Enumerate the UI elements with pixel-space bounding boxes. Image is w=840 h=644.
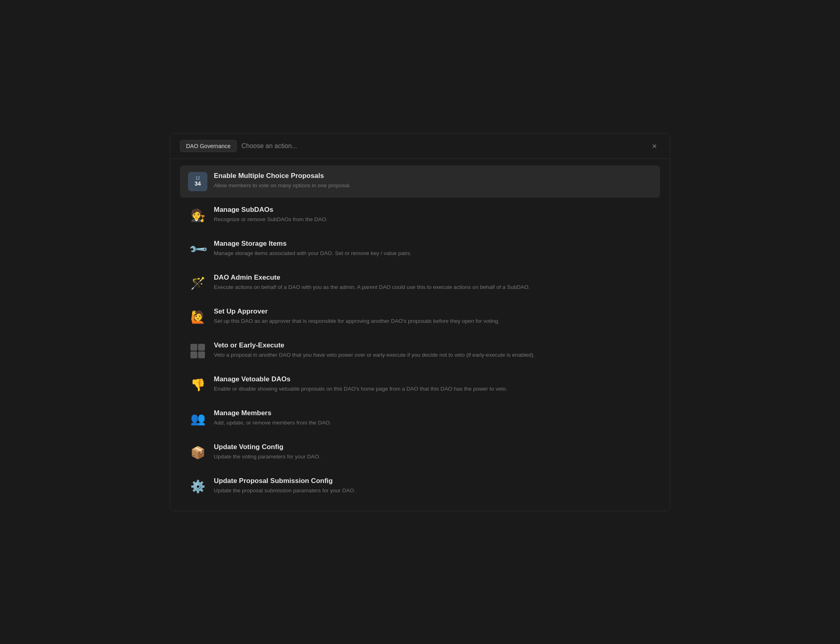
action-item-veto-early-execute[interactable]: Veto or Early-Execute Veto a proposal in… [180,335,660,367]
action-title-update-proposal-submission-config: Update Proposal Submission Config [214,477,652,485]
action-title-manage-subdaos: Manage SubDAOs [214,206,652,214]
subdao-icon: 🧑‍⚖️ [188,206,207,225]
action-item-manage-storage-items[interactable]: 🔧 Manage Storage Items Manage storage it… [180,233,660,266]
proposal-config-icon: ⚙️ [188,477,207,496]
breadcrumb-tag: DAO Governance [180,140,237,152]
action-description-manage-members: Add, update, or remove members from the … [214,419,652,427]
action-item-set-up-approver[interactable]: 🙋 Set Up Approver Set up this DAO as an … [180,301,660,333]
action-title-manage-members: Manage Members [214,409,652,417]
action-content-manage-storage-items: Manage Storage Items Manage storage item… [214,240,652,257]
modal-container: DAO Governance Choose an action... × 12 … [170,133,670,511]
action-description-manage-vetoable-daos: Enable or disable showing vetoable propo… [214,385,652,393]
action-description-enable-multiple-choice: Allow members to vote on many options in… [214,182,652,190]
action-content-manage-members: Manage Members Add, update, or remove me… [214,409,652,427]
action-item-update-proposal-submission-config[interactable]: ⚙️ Update Proposal Submission Config Upd… [180,470,660,503]
calendar-icon: 12 34 [188,172,207,191]
action-item-manage-members[interactable]: 👥 Manage Members Add, update, or remove … [180,403,660,435]
action-description-manage-storage-items: Manage storage items associated with you… [214,249,652,257]
action-title-veto-early-execute: Veto or Early-Execute [214,341,652,349]
action-description-update-voting-config: Update the voting parameters for your DA… [214,453,652,461]
action-item-update-voting-config[interactable]: 📦 Update Voting Config Update the voting… [180,437,660,469]
action-content-manage-subdaos: Manage SubDAOs Recognize or remove SubDA… [214,206,652,224]
admin-execute-icon: 🪄 [188,274,207,293]
members-icon: 👥 [188,409,207,429]
action-description-dao-admin-execute: Execute actions on behalf of a DAO with … [214,283,652,291]
action-item-manage-subdaos[interactable]: 🧑‍⚖️ Manage SubDAOs Recognize or remove … [180,199,660,232]
action-title-update-voting-config: Update Voting Config [214,443,652,451]
veto-icon [188,341,207,361]
action-content-dao-admin-execute: DAO Admin Execute Execute actions on beh… [214,274,652,291]
action-item-manage-vetoable-daos[interactable]: 👎 Manage Vetoable DAOs Enable or disable… [180,369,660,401]
action-description-veto-early-execute: Veto a proposal in another DAO that you … [214,351,652,359]
vetoable-daos-icon: 👎 [188,375,207,395]
action-title-manage-vetoable-daos: Manage Vetoable DAOs [214,375,652,383]
action-content-update-proposal-submission-config: Update Proposal Submission Config Update… [214,477,652,495]
action-title-manage-storage-items: Manage Storage Items [214,240,652,248]
approver-icon: 🙋 [188,307,207,327]
modal-header: DAO Governance Choose an action... × [170,134,670,159]
action-content-veto-early-execute: Veto or Early-Execute Veto a proposal in… [214,341,652,359]
action-item-enable-multiple-choice[interactable]: 12 34 Enable Multiple Choice Proposals A… [180,165,660,198]
action-description-manage-subdaos: Recognize or remove SubDAOs from the DAO… [214,215,652,224]
close-button[interactable]: × [649,140,660,152]
action-description-update-proposal-submission-config: Update the proposal submission paramater… [214,487,652,495]
action-content-update-voting-config: Update Voting Config Update the voting p… [214,443,652,461]
modal-subtitle: Choose an action... [242,142,649,150]
action-item-dao-admin-execute[interactable]: 🪄 DAO Admin Execute Execute actions on b… [180,267,660,299]
action-content-enable-multiple-choice: Enable Multiple Choice Proposals Allow m… [214,172,652,190]
action-title-set-up-approver: Set Up Approver [214,307,652,316]
action-title-enable-multiple-choice: Enable Multiple Choice Proposals [214,172,652,180]
action-content-set-up-approver: Set Up Approver Set up this DAO as an ap… [214,307,652,325]
wrench-icon: 🔧 [188,240,207,259]
action-title-dao-admin-execute: DAO Admin Execute [214,274,652,282]
voting-config-icon: 📦 [188,443,207,462]
action-description-set-up-approver: Set up this DAO as an approver that is r… [214,317,652,325]
modal-body: 12 34 Enable Multiple Choice Proposals A… [170,159,670,511]
action-content-manage-vetoable-daos: Manage Vetoable DAOs Enable or disable s… [214,375,652,393]
